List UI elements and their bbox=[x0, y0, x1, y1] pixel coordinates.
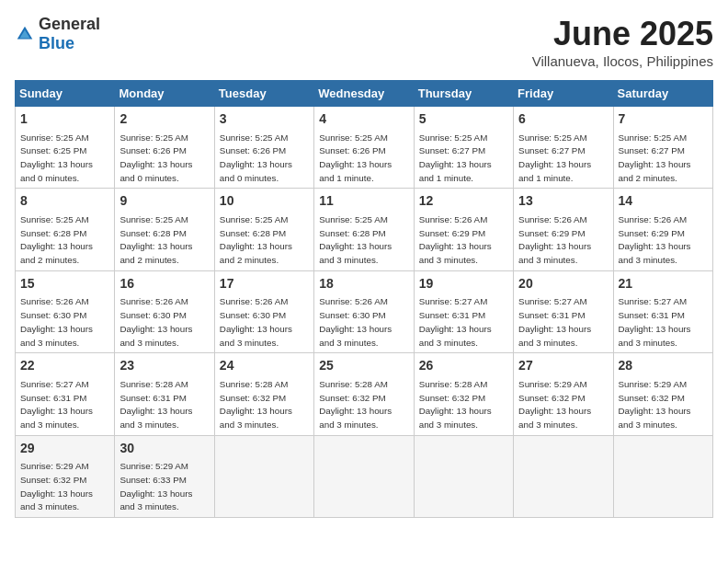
table-row bbox=[414, 435, 513, 517]
sunset-info: Sunset: 6:27 PM bbox=[419, 145, 485, 155]
daylight-info: Daylight: 13 hours and 0 minutes. bbox=[119, 159, 192, 183]
page-header: General Blue June 2025 Villanueva, Iloco… bbox=[15, 15, 713, 69]
daylight-info: Daylight: 13 hours and 3 minutes. bbox=[619, 324, 691, 348]
sunrise-info: Sunrise: 5:25 AM bbox=[319, 132, 388, 143]
table-row: 9 Sunrise: 5:25 AM Sunset: 6:28 PM Dayli… bbox=[115, 189, 214, 270]
sunset-info: Sunset: 6:28 PM bbox=[20, 228, 86, 238]
sunrise-info: Sunrise: 5:29 AM bbox=[119, 461, 188, 471]
day-number: 28 bbox=[619, 357, 708, 375]
table-row: 11 Sunrise: 5:25 AM Sunset: 6:28 PM Dayl… bbox=[314, 189, 414, 270]
table-row: 19 Sunrise: 5:27 AM Sunset: 6:31 PM Dayl… bbox=[414, 270, 513, 352]
sunset-info: Sunset: 6:31 PM bbox=[419, 310, 485, 320]
logo-icon bbox=[15, 24, 35, 44]
logo-text-blue: Blue bbox=[39, 34, 74, 52]
daylight-info: Daylight: 13 hours and 3 minutes. bbox=[119, 406, 192, 430]
sunrise-info: Sunrise: 5:26 AM bbox=[518, 214, 587, 224]
day-number: 13 bbox=[518, 192, 608, 211]
table-row: 25 Sunrise: 5:28 AM Sunset: 6:32 PM Dayl… bbox=[314, 353, 414, 435]
table-row: 8 Sunrise: 5:25 AM Sunset: 6:28 PM Dayli… bbox=[16, 189, 115, 270]
daylight-info: Daylight: 13 hours and 3 minutes. bbox=[419, 406, 492, 430]
day-number: 23 bbox=[119, 357, 209, 375]
daylight-info: Daylight: 13 hours and 3 minutes. bbox=[619, 406, 691, 430]
sunset-info: Sunset: 6:30 PM bbox=[20, 310, 86, 320]
daylight-info: Daylight: 13 hours and 3 minutes. bbox=[319, 406, 392, 430]
table-row: 4 Sunrise: 5:25 AM Sunset: 6:26 PM Dayli… bbox=[314, 107, 414, 189]
day-number: 3 bbox=[220, 110, 309, 129]
day-number: 9 bbox=[119, 192, 209, 211]
daylight-info: Daylight: 13 hours and 2 minutes. bbox=[119, 241, 192, 265]
sunrise-info: Sunrise: 5:25 AM bbox=[619, 132, 688, 143]
sunset-info: Sunset: 6:26 PM bbox=[119, 145, 186, 155]
col-thursday: Thursday bbox=[414, 81, 513, 107]
title-area: June 2025 Villanueva, Ilocos, Philippine… bbox=[532, 15, 713, 69]
sunset-info: Sunset: 6:32 PM bbox=[20, 475, 86, 485]
daylight-info: Daylight: 13 hours and 0 minutes. bbox=[220, 159, 292, 183]
table-row: 15 Sunrise: 5:26 AM Sunset: 6:30 PM Dayl… bbox=[16, 270, 115, 352]
table-row bbox=[514, 435, 613, 517]
table-row: 14 Sunrise: 5:26 AM Sunset: 6:29 PM Dayl… bbox=[613, 189, 712, 270]
day-number: 30 bbox=[119, 440, 209, 458]
sunrise-info: Sunrise: 5:25 AM bbox=[220, 132, 289, 143]
daylight-info: Daylight: 13 hours and 3 minutes. bbox=[20, 406, 93, 430]
sunset-info: Sunset: 6:27 PM bbox=[518, 145, 585, 155]
sunset-info: Sunset: 6:30 PM bbox=[119, 310, 186, 320]
table-row: 5 Sunrise: 5:25 AM Sunset: 6:27 PM Dayli… bbox=[414, 107, 513, 189]
sunset-info: Sunset: 6:29 PM bbox=[419, 228, 485, 238]
day-number: 16 bbox=[119, 275, 209, 293]
daylight-info: Daylight: 13 hours and 3 minutes. bbox=[518, 324, 591, 348]
sunrise-info: Sunrise: 5:27 AM bbox=[419, 296, 488, 306]
col-monday: Monday bbox=[115, 81, 214, 107]
sunset-info: Sunset: 6:26 PM bbox=[220, 145, 286, 155]
day-number: 20 bbox=[518, 275, 608, 293]
sunset-info: Sunset: 6:29 PM bbox=[619, 228, 685, 238]
calendar-week-row: 29 Sunrise: 5:29 AM Sunset: 6:32 PM Dayl… bbox=[16, 435, 713, 517]
sunrise-info: Sunrise: 5:29 AM bbox=[619, 379, 688, 389]
daylight-info: Daylight: 13 hours and 3 minutes. bbox=[319, 324, 392, 348]
sunrise-info: Sunrise: 5:25 AM bbox=[220, 214, 289, 224]
sunrise-info: Sunrise: 5:25 AM bbox=[119, 214, 188, 224]
daylight-info: Daylight: 13 hours and 2 minutes. bbox=[220, 241, 292, 265]
day-number: 12 bbox=[419, 192, 508, 211]
table-row: 23 Sunrise: 5:28 AM Sunset: 6:31 PM Dayl… bbox=[115, 353, 214, 435]
daylight-info: Daylight: 13 hours and 2 minutes. bbox=[20, 241, 93, 265]
col-friday: Friday bbox=[514, 81, 613, 107]
daylight-info: Daylight: 13 hours and 3 minutes. bbox=[518, 241, 591, 265]
day-number: 22 bbox=[20, 357, 109, 375]
daylight-info: Daylight: 13 hours and 3 minutes. bbox=[619, 241, 691, 265]
calendar-week-row: 8 Sunrise: 5:25 AM Sunset: 6:28 PM Dayli… bbox=[16, 189, 713, 270]
daylight-info: Daylight: 13 hours and 3 minutes. bbox=[319, 241, 392, 265]
sunrise-info: Sunrise: 5:26 AM bbox=[319, 296, 388, 306]
table-row: 7 Sunrise: 5:25 AM Sunset: 6:27 PM Dayli… bbox=[613, 107, 712, 189]
day-number: 27 bbox=[518, 357, 608, 375]
sunrise-info: Sunrise: 5:26 AM bbox=[220, 296, 289, 306]
daylight-info: Daylight: 13 hours and 0 minutes. bbox=[20, 159, 93, 183]
day-number: 15 bbox=[20, 275, 109, 293]
sunrise-info: Sunrise: 5:27 AM bbox=[20, 379, 89, 389]
sunrise-info: Sunrise: 5:25 AM bbox=[319, 214, 388, 224]
sunset-info: Sunset: 6:31 PM bbox=[619, 310, 685, 320]
day-number: 2 bbox=[119, 110, 209, 129]
table-row: 2 Sunrise: 5:25 AM Sunset: 6:26 PM Dayli… bbox=[115, 107, 214, 189]
sunset-info: Sunset: 6:32 PM bbox=[619, 393, 685, 403]
calendar-week-row: 22 Sunrise: 5:27 AM Sunset: 6:31 PM Dayl… bbox=[16, 353, 713, 435]
table-row: 22 Sunrise: 5:27 AM Sunset: 6:31 PM Dayl… bbox=[16, 353, 115, 435]
table-row: 6 Sunrise: 5:25 AM Sunset: 6:27 PM Dayli… bbox=[514, 107, 613, 189]
table-row: 10 Sunrise: 5:25 AM Sunset: 6:28 PM Dayl… bbox=[214, 189, 313, 270]
table-row: 30 Sunrise: 5:29 AM Sunset: 6:33 PM Dayl… bbox=[115, 435, 214, 517]
day-number: 25 bbox=[319, 357, 408, 375]
sunset-info: Sunset: 6:32 PM bbox=[518, 393, 585, 403]
sunrise-info: Sunrise: 5:26 AM bbox=[20, 296, 89, 306]
sunrise-info: Sunrise: 5:25 AM bbox=[518, 132, 587, 143]
day-number: 21 bbox=[619, 275, 708, 293]
table-row: 18 Sunrise: 5:26 AM Sunset: 6:30 PM Dayl… bbox=[314, 270, 414, 352]
day-number: 8 bbox=[20, 192, 109, 211]
daylight-info: Daylight: 13 hours and 3 minutes. bbox=[220, 324, 292, 348]
logo-text-general: General bbox=[39, 15, 100, 33]
calendar-week-row: 15 Sunrise: 5:26 AM Sunset: 6:30 PM Dayl… bbox=[16, 270, 713, 352]
sunset-info: Sunset: 6:29 PM bbox=[518, 228, 585, 238]
sunset-info: Sunset: 6:32 PM bbox=[220, 393, 286, 403]
col-wednesday: Wednesday bbox=[314, 81, 414, 107]
sunset-info: Sunset: 6:31 PM bbox=[119, 393, 186, 403]
daylight-info: Daylight: 13 hours and 2 minutes. bbox=[619, 159, 691, 183]
calendar-week-row: 1 Sunrise: 5:25 AM Sunset: 6:25 PM Dayli… bbox=[16, 107, 713, 189]
